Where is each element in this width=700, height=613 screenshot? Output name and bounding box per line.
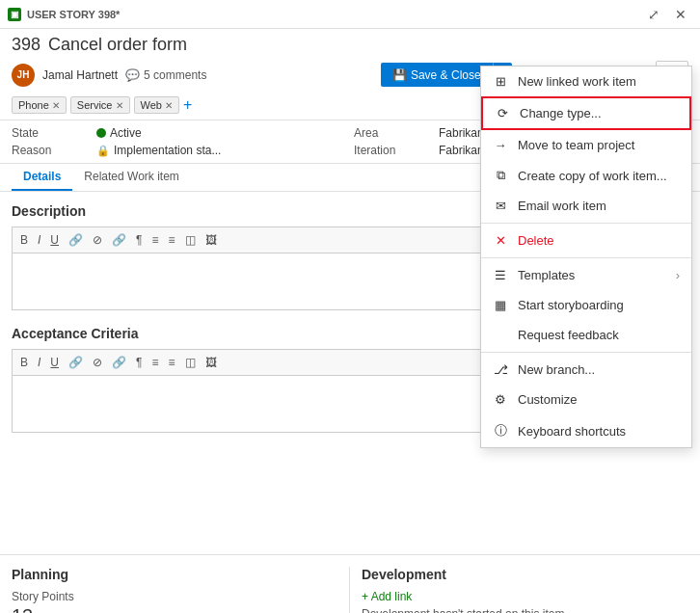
acceptance-list-ul[interactable]: ≡ <box>148 354 162 371</box>
tag-service: Service ✕ <box>70 96 130 114</box>
menu-item-move-team[interactable]: → Move to team project <box>481 130 691 160</box>
description-list-ol[interactable]: ≡ <box>165 231 179 249</box>
menu-item-customize[interactable]: ⚙ Customize <box>481 385 691 414</box>
state-label: State <box>12 126 89 140</box>
create-copy-icon: ⧉ <box>493 168 508 183</box>
menu-item-create-copy[interactable]: ⧉ Create copy of work item... <box>481 160 691 191</box>
close-button[interactable]: ✕ <box>669 3 692 26</box>
menu-item-feedback[interactable]: Request feedback <box>481 320 691 350</box>
delete-icon: ✕ <box>493 233 508 248</box>
tag-phone: Phone ✕ <box>12 96 67 114</box>
menu-item-shortcuts[interactable]: ⓘ Keyboard shortcuts <box>481 414 691 447</box>
tag-phone-close[interactable]: ✕ <box>52 100 60 111</box>
title-bar-right: ⤢ ✕ <box>642 3 692 26</box>
work-item-name[interactable]: Cancel order form <box>48 35 187 55</box>
description-indent[interactable]: ◫ <box>181 231 200 249</box>
area-label: Area <box>354 126 431 140</box>
description-image[interactable]: 🖼 <box>202 231 221 249</box>
reason-label: Reason <box>12 144 89 157</box>
acceptance-italic[interactable]: I <box>34 354 44 371</box>
menu-item-new-linked[interactable]: ⊞ New linked work item <box>481 67 691 96</box>
acceptance-underline[interactable]: U <box>46 354 63 371</box>
menu-label-email: Email work item <box>518 199 680 213</box>
email-icon: ✉ <box>493 199 508 213</box>
tag-web-close[interactable]: ✕ <box>165 100 173 111</box>
acceptance-link[interactable]: 🔗 <box>65 354 87 371</box>
move-team-icon: → <box>493 138 508 152</box>
menu-divider-2 <box>481 257 691 258</box>
bottom-section: Planning Story Points 13 Priority Develo… <box>0 554 700 613</box>
development-title: Development <box>362 567 688 582</box>
title-bar: ▣ USER STORY 398* ⤢ ✕ <box>0 0 700 29</box>
acceptance-highlight[interactable]: 🔗 <box>108 354 130 371</box>
acceptance-bold[interactable]: B <box>16 354 32 371</box>
title-bar-label: USER STORY 398* <box>27 9 120 20</box>
dev-note: Development hasn't started on this item. <box>362 607 688 613</box>
description-underline[interactable]: U <box>46 231 63 249</box>
expand-button[interactable]: ⤢ <box>642 3 665 26</box>
description-bold[interactable]: B <box>16 231 32 249</box>
reason-value: 🔒 Implementation sta... <box>96 144 346 157</box>
description-strikethrough[interactable]: ⊘ <box>89 231 106 249</box>
tab-related-work-item[interactable]: Related Work item <box>72 164 190 191</box>
menu-item-change-type[interactable]: ⟳ Change type... <box>481 96 691 130</box>
add-link-label: + Add link <box>362 590 412 603</box>
lock-icon: 🔒 <box>96 145 110 157</box>
acceptance-image[interactable]: 🖼 <box>202 354 221 371</box>
tag-service-close[interactable]: ✕ <box>116 100 123 111</box>
acceptance-para[interactable]: ¶ <box>132 354 146 371</box>
acceptance-list-ol[interactable]: ≡ <box>165 354 179 371</box>
shortcuts-icon: ⓘ <box>493 422 508 440</box>
menu-label-feedback: Request feedback <box>518 328 680 342</box>
tag-service-label: Service <box>77 99 113 111</box>
description-link[interactable]: 🔗 <box>65 231 87 249</box>
description-list-ul[interactable]: ≡ <box>148 231 162 249</box>
menu-label-create-copy: Create copy of work item... <box>518 169 680 183</box>
templates-chevron-icon: › <box>676 268 680 282</box>
story-points-label: Story Points <box>12 590 337 603</box>
menu-label-shortcuts: Keyboard shortcuts <box>518 424 680 439</box>
add-link-button[interactable]: + Add link <box>362 590 688 603</box>
menu-item-delete[interactable]: ✕ Delete <box>481 226 691 255</box>
work-item-id: 398 <box>12 35 40 55</box>
iteration-label: Iteration <box>354 144 431 157</box>
planning-title: Planning <box>12 567 337 582</box>
dropdown-menu: ⊞ New linked work item ⟳ Change type... … <box>480 66 692 448</box>
menu-divider-1 <box>481 223 691 224</box>
menu-item-storyboard[interactable]: ▦ Start storyboarding <box>481 290 691 320</box>
planning-section: Planning Story Points 13 Priority <box>12 567 350 613</box>
menu-label-delete: Delete <box>518 233 680 248</box>
tab-details[interactable]: Details <box>12 164 72 191</box>
menu-label-storyboard: Start storyboarding <box>518 298 680 312</box>
templates-icon: ☰ <box>493 268 508 282</box>
menu-item-templates[interactable]: ☰ Templates › <box>481 260 691 290</box>
change-type-icon: ⟳ <box>495 106 510 120</box>
acceptance-strikethrough[interactable]: ⊘ <box>89 354 106 371</box>
tag-web-label: Web <box>141 99 162 111</box>
comments-count: 5 comments <box>144 68 206 82</box>
add-tag-button[interactable]: + <box>183 96 192 114</box>
menu-item-new-branch[interactable]: ⎇ New branch... <box>481 355 691 385</box>
feedback-icon <box>493 328 508 342</box>
work-item-icon: ▣ <box>8 8 21 21</box>
state-value: Active <box>96 126 346 140</box>
acceptance-indent[interactable]: ◫ <box>181 354 200 371</box>
menu-label-new-branch: New branch... <box>518 362 680 377</box>
description-para[interactable]: ¶ <box>132 231 146 249</box>
menu-item-email[interactable]: ✉ Email work item <box>481 191 691 221</box>
tag-web: Web ✕ <box>134 96 179 114</box>
title-bar-left: ▣ USER STORY 398* <box>8 8 120 21</box>
save-close-button[interactable]: 💾 Save & Close <box>381 63 493 87</box>
avatar: JH <box>12 64 35 87</box>
work-item-title-row: 398 Cancel order form <box>12 35 688 55</box>
tag-phone-label: Phone <box>18 99 49 111</box>
status-dot <box>96 128 106 138</box>
save-icon: 💾 <box>392 68 407 82</box>
comments-button[interactable]: 💬 5 comments <box>125 68 206 82</box>
story-points-value[interactable]: 13 <box>12 605 337 613</box>
menu-label-new-linked: New linked work item <box>518 74 680 89</box>
customize-icon: ⚙ <box>493 392 508 407</box>
description-highlight[interactable]: 🔗 <box>108 231 130 249</box>
menu-label-move-team: Move to team project <box>518 138 680 152</box>
description-italic[interactable]: I <box>34 231 44 249</box>
